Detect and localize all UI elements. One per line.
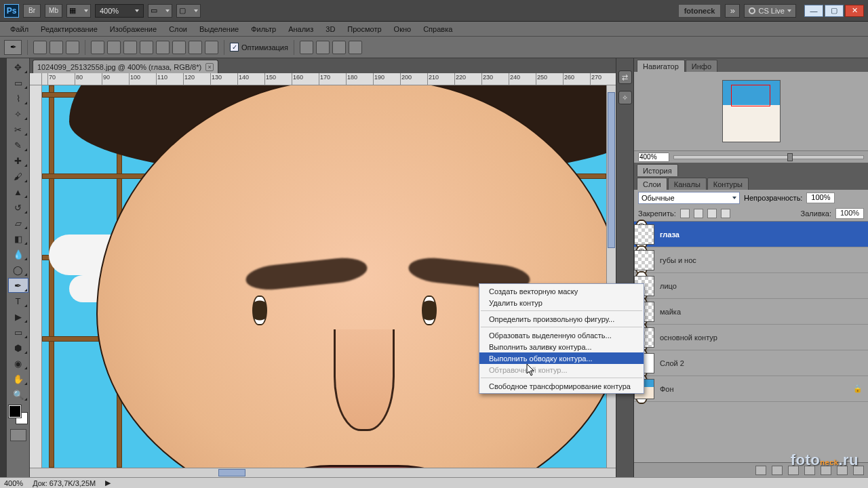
context-menu-item[interactable]: Удалить контур	[479, 297, 644, 308]
lock-transparent[interactable]	[680, 209, 690, 218]
tool-crop[interactable]: ✂	[8, 122, 28, 137]
tab-info[interactable]: Инфо	[686, 60, 717, 72]
context-menu-item[interactable]: Выполнить обводку контура...	[479, 352, 644, 364]
fill-input[interactable]: 100%	[835, 208, 864, 219]
status-doc-size[interactable]: Док: 673,7K/3,25M	[33, 479, 96, 487]
tool-pen[interactable]: ✒	[8, 278, 28, 293]
tool-wand[interactable]: ✧	[8, 106, 28, 121]
opt-shape-roundrect[interactable]	[140, 41, 153, 54]
tab-layers[interactable]: Слои	[637, 178, 667, 190]
tool-shape[interactable]: ▭	[8, 325, 28, 340]
bridge-button[interactable]: Br	[23, 4, 41, 18]
layers-trash-icon[interactable]	[853, 466, 864, 475]
tool-eraser[interactable]: ▱	[8, 216, 28, 230]
layer-row[interactable]: лицо	[634, 273, 868, 299]
tool-move[interactable]: ✥	[8, 60, 28, 75]
layer-row[interactable]: основной контур	[634, 325, 868, 350]
context-menu-item[interactable]: Свободное трансформирование контура	[479, 380, 644, 392]
opt-path-mode-1[interactable]	[33, 41, 47, 54]
blend-mode-dropdown[interactable]: Обычные	[638, 192, 740, 204]
context-menu-item[interactable]: Выполнить заливку контура...	[479, 341, 644, 352]
layers-link-icon[interactable]	[755, 466, 766, 475]
layers-adjust-icon[interactable]	[804, 466, 815, 475]
status-zoom[interactable]: 400%	[4, 479, 23, 487]
menu-help[interactable]: Справка	[417, 25, 458, 33]
horizontal-ruler[interactable]: 7080901001101201301401501601701801902002…	[42, 73, 616, 85]
tool-eyedropper[interactable]: ✎	[8, 138, 28, 152]
menu-layer[interactable]: Слои	[163, 25, 193, 33]
layers-fx-icon[interactable]	[772, 466, 783, 475]
opt-shape-ellipse[interactable]	[156, 41, 170, 54]
tool-3d[interactable]: ⬢	[8, 340, 28, 355]
zoom-dropdown[interactable]: 400%	[95, 4, 144, 18]
menu-edit[interactable]: Редактирование	[35, 25, 104, 33]
vertical-ruler[interactable]	[30, 85, 42, 468]
tab-channels[interactable]: Каналы	[668, 178, 707, 190]
tool-3dcam[interactable]: ◉	[8, 356, 28, 371]
menu-image[interactable]: Изображение	[104, 25, 163, 33]
layer-row[interactable]: 👁глаза	[634, 222, 868, 247]
horizontal-scrollbar[interactable]	[42, 468, 616, 477]
layer-thumbnail[interactable]	[634, 224, 654, 245]
context-menu-item[interactable]: Создать векторную маску	[479, 285, 644, 297]
navigator-zoom-slider[interactable]	[673, 155, 864, 159]
dock-icon-1[interactable]: ⇄	[618, 70, 632, 84]
opt-combine-sub[interactable]	[316, 41, 330, 54]
tool-hand[interactable]: ✋	[8, 371, 28, 386]
layers-new-icon[interactable]	[837, 466, 848, 475]
ruler-origin[interactable]	[30, 73, 42, 85]
layer-thumbnail[interactable]	[634, 250, 654, 270]
opt-shape-polygon[interactable]	[172, 41, 186, 54]
layers-group-icon[interactable]	[821, 466, 831, 475]
tool-marquee[interactable]: ▭	[8, 75, 28, 90]
context-menu-item[interactable]: Образовать выделенную область...	[479, 329, 644, 341]
layer-row[interactable]: майка	[634, 299, 868, 325]
layers-mask-icon[interactable]	[788, 466, 799, 475]
opt-combine-xor[interactable]	[349, 41, 362, 54]
opt-shape-freeform[interactable]	[107, 41, 121, 54]
color-swatches[interactable]	[9, 405, 28, 424]
layer-row[interactable]: 👁губы и нос	[634, 247, 868, 273]
opt-combine-int[interactable]	[332, 41, 346, 54]
quick-mask-button[interactable]	[10, 429, 26, 441]
canvas[interactable]	[42, 85, 606, 468]
tool-brush[interactable]: 🖌	[8, 169, 28, 184]
navigator-thumbnail[interactable]	[722, 80, 781, 142]
navigator-panel[interactable]	[634, 72, 868, 150]
tab-navigator[interactable]: Навигатор	[637, 60, 685, 72]
opt-shape-line[interactable]	[189, 41, 202, 54]
minimize-button[interactable]: —	[804, 5, 823, 17]
opt-shape-rect[interactable]	[123, 41, 137, 54]
opt-path-mode-2[interactable]	[50, 41, 63, 54]
dock-icon-2[interactable]: ✧	[618, 91, 632, 104]
opacity-input[interactable]: 100%	[806, 192, 835, 203]
menu-3d[interactable]: 3D	[319, 25, 341, 33]
menu-select[interactable]: Выделение	[193, 25, 245, 33]
tool-history-brush[interactable]: ↺	[8, 200, 28, 215]
tab-paths[interactable]: Контуры	[707, 178, 749, 190]
lock-position[interactable]	[707, 209, 717, 218]
arrange-dropdown[interactable]: ▭	[148, 4, 172, 18]
tool-blur[interactable]: 💧	[8, 247, 28, 262]
document-tab-close[interactable]: ×	[205, 63, 214, 71]
menu-window[interactable]: Окно	[388, 25, 418, 33]
cslive-button[interactable]: CS Live	[744, 4, 796, 18]
lock-all[interactable]	[721, 209, 730, 218]
screenmode-dropdown[interactable]: ▢	[176, 4, 201, 18]
close-button[interactable]: ✕	[845, 5, 864, 17]
tool-lasso[interactable]: ⌇	[8, 91, 28, 106]
tool-type[interactable]: T	[8, 293, 28, 308]
opt-shape-pen[interactable]	[91, 41, 104, 54]
view-extras-dropdown[interactable]: ▦	[66, 4, 91, 18]
maximize-button[interactable]: ▢	[825, 5, 844, 17]
workspace-more-button[interactable]: »	[725, 4, 740, 18]
tool-gradient[interactable]: ◧	[8, 231, 28, 246]
opt-path-mode-3[interactable]	[66, 41, 79, 54]
opt-combine-add[interactable]	[300, 41, 313, 54]
menu-filter[interactable]: Фильтр	[245, 25, 282, 33]
menu-view[interactable]: Просмотр	[341, 25, 387, 33]
tool-dodge[interactable]: ◯	[8, 262, 28, 277]
minibridge-button[interactable]: Mb	[45, 4, 62, 18]
tool-zoom[interactable]: 🔍	[8, 387, 28, 402]
document-tab[interactable]: 1024099_25132558.jpg @ 400% (глаза, RGB/…	[33, 60, 218, 73]
